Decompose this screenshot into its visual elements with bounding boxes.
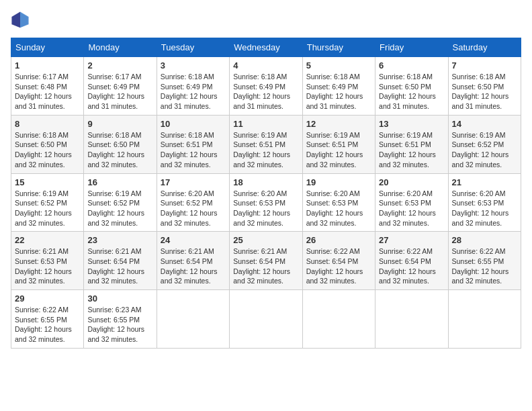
day-number: 28 [452,235,517,245]
calendar-cell: 6 Sunrise: 6:18 AMSunset: 6:50 PMDayligh… [375,57,448,116]
calendar-cell: 5 Sunrise: 6:18 AMSunset: 6:49 PMDayligh… [302,57,375,116]
day-info: Sunrise: 6:18 AMSunset: 6:50 PMDaylight:… [87,130,152,170]
day-info: Sunrise: 6:18 AMSunset: 6:50 PMDaylight:… [15,130,80,170]
day-info: Sunrise: 6:21 AMSunset: 6:54 PMDaylight:… [161,246,226,286]
calendar-cell [375,290,448,349]
day-number: 27 [379,235,444,245]
day-info: Sunrise: 6:20 AMSunset: 6:52 PMDaylight:… [161,189,226,228]
day-info: Sunrise: 6:21 AMSunset: 6:53 PMDaylight:… [15,246,80,286]
calendar-cell: 29 Sunrise: 6:22 AMSunset: 6:55 PMDaylig… [11,290,84,349]
calendar-cell: 16 Sunrise: 6:19 AMSunset: 6:52 PMDaylig… [84,173,157,232]
calendar-cell: 24 Sunrise: 6:21 AMSunset: 6:54 PMDaylig… [157,232,229,290]
day-info: Sunrise: 6:18 AMSunset: 6:49 PMDaylight:… [233,72,298,111]
day-number: 9 [87,119,152,129]
day-number: 23 [87,235,152,245]
calendar-cell: 11 Sunrise: 6:19 AMSunset: 6:51 PMDaylig… [230,115,302,173]
calendar-header-friday: Friday [375,38,448,57]
day-info: Sunrise: 6:17 AMSunset: 6:48 PMDaylight:… [15,72,80,111]
day-number: 8 [15,119,80,129]
calendar-header-monday: Monday [84,38,157,57]
day-number: 26 [306,235,371,245]
day-info: Sunrise: 6:18 AMSunset: 6:50 PMDaylight:… [379,72,444,111]
day-number: 15 [15,177,80,187]
calendar-cell: 26 Sunrise: 6:22 AMSunset: 6:54 PMDaylig… [302,232,375,290]
calendar-cell: 2 Sunrise: 6:17 AMSunset: 6:49 PMDayligh… [84,57,157,116]
day-info: Sunrise: 6:22 AMSunset: 6:54 PMDaylight:… [306,246,371,286]
calendar-cell: 25 Sunrise: 6:21 AMSunset: 6:54 PMDaylig… [230,232,302,290]
day-info: Sunrise: 6:20 AMSunset: 6:53 PMDaylight:… [233,189,298,228]
calendar-cell: 20 Sunrise: 6:20 AMSunset: 6:53 PMDaylig… [375,173,448,232]
calendar-cell: 14 Sunrise: 6:19 AMSunset: 6:52 PMDaylig… [448,115,521,173]
day-info: Sunrise: 6:18 AMSunset: 6:49 PMDaylight:… [306,72,371,111]
calendar-cell: 17 Sunrise: 6:20 AMSunset: 6:52 PMDaylig… [157,173,229,232]
calendar-week-5: 29 Sunrise: 6:22 AMSunset: 6:55 PMDaylig… [11,290,521,349]
day-number: 11 [233,119,298,129]
day-number: 17 [161,177,226,187]
logo [11,11,32,30]
day-number: 2 [87,60,152,71]
day-info: Sunrise: 6:21 AMSunset: 6:54 PMDaylight:… [87,246,152,286]
day-info: Sunrise: 6:18 AMSunset: 6:49 PMDaylight:… [161,72,226,111]
svg-marker-1 [20,11,29,28]
calendar-cell [230,290,302,349]
calendar-cell: 28 Sunrise: 6:22 AMSunset: 6:55 PMDaylig… [448,232,521,290]
day-number: 6 [379,60,444,71]
day-number: 18 [233,177,298,187]
day-info: Sunrise: 6:18 AMSunset: 6:51 PMDaylight:… [161,130,226,170]
calendar-header-row: SundayMondayTuesdayWednesdayThursdayFrid… [11,38,521,57]
calendar-cell: 3 Sunrise: 6:18 AMSunset: 6:49 PMDayligh… [157,57,229,116]
calendar-cell: 10 Sunrise: 6:18 AMSunset: 6:51 PMDaylig… [157,115,229,173]
day-info: Sunrise: 6:19 AMSunset: 6:52 PMDaylight:… [452,130,517,170]
calendar-cell [302,290,375,349]
day-number: 14 [452,119,517,129]
day-number: 25 [233,235,298,245]
calendar-header-wednesday: Wednesday [230,38,302,57]
calendar-cell: 12 Sunrise: 6:19 AMSunset: 6:51 PMDaylig… [302,115,375,173]
calendar-cell: 8 Sunrise: 6:18 AMSunset: 6:50 PMDayligh… [11,115,84,173]
day-number: 4 [233,60,298,71]
day-info: Sunrise: 6:22 AMSunset: 6:54 PMDaylight:… [379,246,444,286]
logo-icon [11,11,30,30]
day-number: 30 [87,293,152,304]
calendar-cell: 4 Sunrise: 6:18 AMSunset: 6:49 PMDayligh… [230,57,302,116]
calendar-cell [448,290,521,349]
day-info: Sunrise: 6:22 AMSunset: 6:55 PMDaylight:… [15,305,80,345]
day-info: Sunrise: 6:22 AMSunset: 6:55 PMDaylight:… [452,246,517,286]
calendar-header-tuesday: Tuesday [157,38,229,57]
day-number: 1 [15,60,80,71]
day-number: 19 [306,177,371,187]
day-info: Sunrise: 6:19 AMSunset: 6:52 PMDaylight:… [87,189,152,228]
day-info: Sunrise: 6:20 AMSunset: 6:53 PMDaylight:… [452,189,517,228]
calendar-cell: 1 Sunrise: 6:17 AMSunset: 6:48 PMDayligh… [11,57,84,116]
day-number: 5 [306,60,371,71]
day-number: 13 [379,119,444,129]
calendar-cell: 13 Sunrise: 6:19 AMSunset: 6:51 PMDaylig… [375,115,448,173]
calendar-cell: 21 Sunrise: 6:20 AMSunset: 6:53 PMDaylig… [448,173,521,232]
calendar-header-thursday: Thursday [302,38,375,57]
calendar-header-sunday: Sunday [11,38,84,57]
day-info: Sunrise: 6:19 AMSunset: 6:52 PMDaylight:… [15,189,80,228]
day-info: Sunrise: 6:20 AMSunset: 6:53 PMDaylight:… [306,189,371,228]
calendar-cell [157,290,229,349]
day-number: 10 [161,119,226,129]
day-info: Sunrise: 6:17 AMSunset: 6:49 PMDaylight:… [87,72,152,111]
calendar-cell: 23 Sunrise: 6:21 AMSunset: 6:54 PMDaylig… [84,232,157,290]
day-info: Sunrise: 6:19 AMSunset: 6:51 PMDaylight:… [233,130,298,170]
calendar-week-4: 22 Sunrise: 6:21 AMSunset: 6:53 PMDaylig… [11,232,521,290]
day-info: Sunrise: 6:19 AMSunset: 6:51 PMDaylight:… [379,130,444,170]
calendar-cell: 19 Sunrise: 6:20 AMSunset: 6:53 PMDaylig… [302,173,375,232]
day-info: Sunrise: 6:20 AMSunset: 6:53 PMDaylight:… [379,189,444,228]
calendar-cell: 22 Sunrise: 6:21 AMSunset: 6:53 PMDaylig… [11,232,84,290]
day-number: 3 [161,60,226,71]
svg-marker-2 [11,11,20,28]
day-number: 20 [379,177,444,187]
day-number: 21 [452,177,517,187]
day-number: 24 [161,235,226,245]
day-number: 16 [87,177,152,187]
day-number: 7 [452,60,517,71]
calendar-header-saturday: Saturday [448,38,521,57]
day-number: 12 [306,119,371,129]
calendar-cell: 15 Sunrise: 6:19 AMSunset: 6:52 PMDaylig… [11,173,84,232]
day-info: Sunrise: 6:21 AMSunset: 6:54 PMDaylight:… [233,246,298,286]
calendar-cell: 7 Sunrise: 6:18 AMSunset: 6:50 PMDayligh… [448,57,521,116]
